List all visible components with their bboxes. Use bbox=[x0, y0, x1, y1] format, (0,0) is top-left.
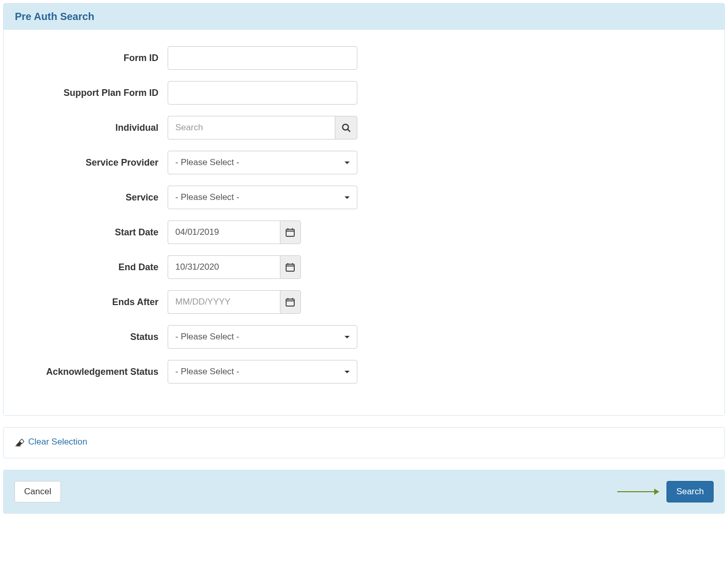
row-service-provider: Service Provider - Please Select - bbox=[14, 151, 714, 174]
individual-search-input[interactable] bbox=[168, 116, 335, 139]
search-panel: Pre Auth Search Form ID Support Plan For… bbox=[3, 3, 725, 416]
panel-body: Form ID Support Plan Form ID Individual bbox=[4, 30, 724, 415]
ends-after-picker-button[interactable] bbox=[280, 290, 301, 314]
ends-after-input[interactable] bbox=[168, 290, 280, 314]
caret-down-icon bbox=[345, 162, 350, 164]
end-date-input[interactable] bbox=[168, 255, 280, 279]
label-status: Status bbox=[14, 332, 168, 343]
form-id-input[interactable] bbox=[168, 46, 357, 70]
row-service: Service - Please Select - bbox=[14, 186, 714, 209]
start-date-input[interactable] bbox=[168, 220, 280, 244]
label-individual: Individual bbox=[14, 123, 168, 133]
row-end-date: End Date bbox=[14, 255, 714, 279]
caret-down-icon bbox=[345, 371, 350, 373]
label-end-date: End Date bbox=[14, 262, 168, 273]
end-date-picker-button[interactable] bbox=[280, 255, 301, 279]
calendar-icon bbox=[286, 228, 295, 237]
clear-selection-panel: Clear Selection bbox=[3, 427, 725, 458]
row-ends-after: Ends After bbox=[14, 290, 714, 314]
svg-rect-10 bbox=[286, 299, 294, 306]
arrow-annotation bbox=[617, 489, 659, 495]
row-ack-status: Acknowledgement Status - Please Select - bbox=[14, 360, 714, 384]
ack-status-selected: - Please Select - bbox=[175, 367, 239, 377]
svg-rect-2 bbox=[286, 229, 294, 236]
calendar-icon bbox=[286, 263, 295, 272]
service-select[interactable]: - Please Select - bbox=[168, 186, 357, 209]
row-support-plan-form-id: Support Plan Form ID bbox=[14, 81, 714, 105]
cancel-button[interactable]: Cancel bbox=[14, 481, 61, 502]
footer-bar: Cancel Search bbox=[3, 470, 725, 514]
caret-down-icon bbox=[345, 196, 350, 199]
row-start-date: Start Date bbox=[14, 220, 714, 244]
label-start-date: Start Date bbox=[14, 227, 168, 238]
arrow-right-icon bbox=[654, 489, 659, 495]
service-provider-selected: - Please Select - bbox=[175, 157, 239, 168]
svg-rect-6 bbox=[286, 264, 294, 271]
start-date-picker-button[interactable] bbox=[280, 220, 301, 244]
status-select[interactable]: - Please Select - bbox=[168, 325, 357, 349]
service-provider-select[interactable]: - Please Select - bbox=[168, 151, 357, 174]
search-button[interactable]: Search bbox=[666, 481, 714, 502]
label-form-id: Form ID bbox=[14, 53, 168, 64]
row-individual: Individual bbox=[14, 116, 714, 139]
panel-title: Pre Auth Search bbox=[4, 4, 724, 30]
label-support-plan-form-id: Support Plan Form ID bbox=[14, 88, 168, 98]
eraser-icon bbox=[15, 437, 24, 447]
label-ack-status: Acknowledgement Status bbox=[14, 367, 168, 377]
arrow-line bbox=[617, 491, 654, 492]
status-selected: - Please Select - bbox=[175, 332, 239, 342]
support-plan-form-id-input[interactable] bbox=[168, 81, 357, 105]
ack-status-select[interactable]: - Please Select - bbox=[168, 360, 357, 384]
individual-search-button[interactable] bbox=[335, 116, 357, 139]
row-status: Status - Please Select - bbox=[14, 325, 714, 349]
svg-line-1 bbox=[348, 129, 350, 132]
search-icon bbox=[341, 123, 351, 132]
label-service: Service bbox=[14, 192, 168, 203]
clear-selection-link[interactable]: Clear Selection bbox=[15, 437, 87, 447]
label-ends-after: Ends After bbox=[14, 297, 168, 308]
svg-point-0 bbox=[342, 124, 348, 130]
row-form-id: Form ID bbox=[14, 46, 714, 70]
caret-down-icon bbox=[345, 336, 350, 338]
clear-selection-label: Clear Selection bbox=[28, 437, 87, 447]
service-selected: - Please Select - bbox=[175, 192, 239, 203]
calendar-icon bbox=[286, 297, 295, 307]
label-service-provider: Service Provider bbox=[14, 157, 168, 168]
